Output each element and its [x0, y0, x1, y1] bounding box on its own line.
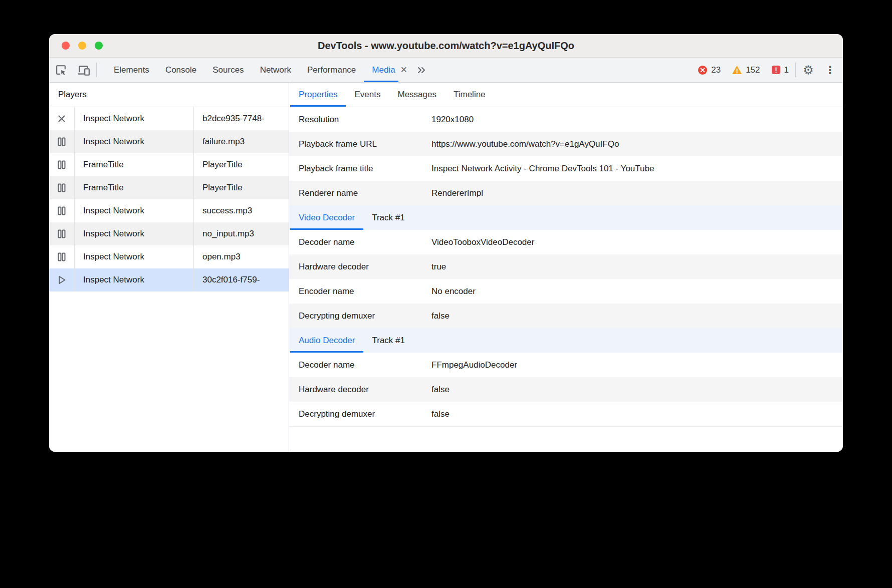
- tab-messages[interactable]: Messages: [389, 83, 444, 107]
- tab-performance[interactable]: Performance: [299, 58, 364, 82]
- player-row-selected[interactable]: Inspect Network 30c2f016-f759-: [49, 268, 289, 291]
- status-divider: [795, 63, 796, 77]
- property-row: Decrypting demuxer false: [289, 402, 843, 426]
- player-row[interactable]: Inspect Network no_input.mp3: [49, 222, 289, 245]
- settings-button[interactable]: ⚙: [797, 58, 820, 82]
- player-file: no_input.mp3: [194, 222, 289, 245]
- video-decoder-table: Decoder name VideoTooboxVideoDecoder Har…: [289, 230, 843, 328]
- close-media-tab-icon[interactable]: ✕: [398, 58, 411, 82]
- property-value: https://www.youtube.com/watch?v=e1gAyQuI…: [431, 139, 843, 149]
- pause-icon: [49, 245, 75, 268]
- property-row: Encoder name No encoder: [289, 279, 843, 304]
- player-row[interactable]: FrameTitle PlayerTitle: [49, 176, 289, 199]
- window-controls: [62, 34, 103, 57]
- player-row[interactable]: Inspect Network open.mp3: [49, 245, 289, 268]
- property-row: Hardware decoder false: [289, 377, 843, 402]
- audio-decoder-table: Decoder name FFmpegAudioDecoder Hardware…: [289, 353, 843, 427]
- video-track-tab[interactable]: Track #1: [363, 205, 413, 230]
- property-label: Decrypting demuxer: [289, 409, 431, 419]
- property-row: Resolution 1920x1080: [289, 107, 843, 132]
- properties-table: Resolution 1920x1080 Playback frame URL …: [289, 107, 843, 205]
- property-value: true: [431, 262, 843, 272]
- audio-track-tab[interactable]: Track #1: [363, 328, 413, 353]
- menu-button[interactable]: ⋮: [820, 58, 840, 82]
- pause-icon: [49, 199, 75, 222]
- property-value: false: [431, 311, 843, 321]
- status-cluster: 23 152: [692, 58, 843, 82]
- property-label: Playback frame title: [289, 164, 431, 174]
- more-tabs-button[interactable]: [411, 58, 431, 82]
- inspect-cursor-icon: [55, 64, 67, 76]
- warning-count-badge[interactable]: 152: [726, 58, 765, 82]
- device-toolbar-button[interactable]: [72, 58, 95, 82]
- property-row: Decrypting demuxer false: [289, 304, 843, 328]
- player-name: Inspect Network: [75, 199, 194, 222]
- media-panel-content: Players Inspect Network b2dce935-7748- I…: [49, 83, 843, 452]
- player-file: 30c2f016-f759-: [194, 268, 289, 291]
- property-value: false: [431, 409, 843, 419]
- panel-tabs: Elements Console Sources Network Perform…: [106, 58, 431, 82]
- player-row[interactable]: Inspect Network success.mp3: [49, 199, 289, 222]
- property-label: Decoder name: [289, 360, 431, 370]
- players-panel: Players Inspect Network b2dce935-7748- I…: [49, 83, 289, 452]
- property-label: Hardware decoder: [289, 262, 431, 272]
- property-label: Encoder name: [289, 286, 431, 297]
- detail-tabs: Properties Events Messages Timeline: [289, 83, 843, 107]
- tab-timeline[interactable]: Timeline: [445, 83, 494, 107]
- property-row: Decoder name FFmpegAudioDecoder: [289, 353, 843, 377]
- property-row: Decoder name VideoTooboxVideoDecoder: [289, 230, 843, 254]
- property-value: RendererImpl: [431, 188, 843, 198]
- player-row[interactable]: Inspect Network failure.mp3: [49, 130, 289, 153]
- player-file: open.mp3: [194, 245, 289, 268]
- video-decoder-tab[interactable]: Video Decoder: [290, 205, 363, 230]
- inspect-element-button[interactable]: [49, 58, 72, 82]
- tab-console[interactable]: Console: [157, 58, 204, 82]
- property-label: Decrypting demuxer: [289, 311, 431, 321]
- player-row[interactable]: Inspect Network b2dce935-7748-: [49, 107, 289, 130]
- property-value: FFmpegAudioDecoder: [431, 360, 843, 370]
- minimize-window-button[interactable]: [78, 42, 86, 50]
- pause-icon: [49, 130, 75, 153]
- tab-events[interactable]: Events: [346, 83, 389, 107]
- zoom-window-button[interactable]: [95, 42, 103, 50]
- player-file: failure.mp3: [194, 130, 289, 153]
- player-name: Inspect Network: [75, 245, 194, 268]
- close-window-button[interactable]: [62, 42, 70, 50]
- tab-sources[interactable]: Sources: [204, 58, 252, 82]
- play-icon: [49, 268, 75, 291]
- issue-count-badge[interactable]: 1: [766, 58, 794, 82]
- property-label: Hardware decoder: [289, 385, 431, 395]
- property-row: Hardware decoder true: [289, 254, 843, 279]
- property-row: Renderer name RendererImpl: [289, 181, 843, 205]
- tab-properties[interactable]: Properties: [290, 83, 346, 107]
- issue-count: 1: [784, 65, 789, 75]
- players-header: Players: [49, 83, 289, 107]
- pause-icon: [49, 153, 75, 176]
- video-decoder-section-header: Video Decoder Track #1: [289, 205, 843, 230]
- property-value: false: [431, 385, 843, 395]
- player-file: b2dce935-7748-: [194, 107, 289, 130]
- property-value: 1920x1080: [431, 115, 843, 125]
- error-icon: [698, 65, 708, 75]
- property-label: Playback frame URL: [289, 139, 431, 149]
- device-toolbar-icon: [77, 64, 90, 77]
- error-count-badge[interactable]: 23: [692, 58, 726, 82]
- player-name: Inspect Network: [75, 107, 194, 130]
- tab-network[interactable]: Network: [252, 58, 299, 82]
- property-label: Decoder name: [289, 237, 431, 247]
- issue-icon: [771, 65, 781, 75]
- error-count: 23: [711, 65, 721, 75]
- audio-decoder-tab[interactable]: Audio Decoder: [290, 328, 363, 353]
- tab-media[interactable]: Media: [364, 58, 398, 82]
- audio-decoder-section-header: Audio Decoder Track #1: [289, 328, 843, 353]
- player-file: success.mp3: [194, 199, 289, 222]
- property-value: No encoder: [431, 286, 843, 297]
- property-row: Playback frame title Inspect Network Act…: [289, 156, 843, 181]
- tab-elements[interactable]: Elements: [106, 58, 157, 82]
- player-row[interactable]: FrameTitle PlayerTitle: [49, 153, 289, 176]
- main-toolbar: Elements Console Sources Network Perform…: [49, 58, 843, 83]
- three-dot-menu-icon: ⋮: [825, 65, 835, 75]
- player-name: FrameTitle: [75, 176, 194, 199]
- devtools-window: DevTools - www.youtube.com/watch?v=e1gAy…: [49, 34, 843, 452]
- player-file: PlayerTitle: [194, 176, 289, 199]
